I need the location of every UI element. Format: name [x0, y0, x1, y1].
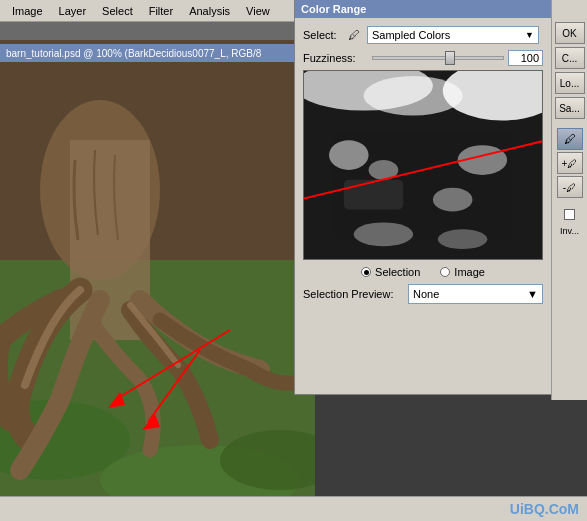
watermark: UiBQ.CoM [510, 501, 579, 517]
svg-point-15 [329, 140, 369, 170]
canvas-svg [0, 40, 315, 521]
cancel-button[interactable]: C... [555, 47, 585, 69]
dialog-titlebar[interactable]: Color Range [295, 0, 551, 18]
radio-selection-circle[interactable] [361, 267, 371, 277]
menu-view[interactable]: View [238, 3, 278, 19]
document-titlebar: barn_tutorial.psd @ 100% (BarkDecidious0… [0, 44, 310, 62]
eyedropper-button[interactable]: 🖊 [557, 128, 583, 150]
document-title: barn_tutorial.psd @ 100% (BarkDecidious0… [6, 48, 261, 59]
ok-button[interactable]: OK [555, 22, 585, 44]
invert-row: Inv... [560, 209, 579, 236]
svg-rect-19 [344, 180, 403, 210]
canvas-area: barn_tutorial.psd @ 100% (BarkDecidious0… [0, 22, 315, 521]
radio-image[interactable]: Image [440, 266, 485, 278]
fuzziness-input[interactable] [508, 50, 543, 66]
radio-selection[interactable]: Selection [361, 266, 420, 278]
fuzziness-row: Fuzziness: [303, 50, 543, 66]
selection-preview-label: Selection Preview: [303, 288, 408, 300]
svg-point-20 [354, 222, 413, 246]
eyedropper-icon: 🖊 [348, 28, 360, 42]
slider-thumb[interactable] [445, 51, 455, 65]
svg-point-13 [364, 76, 463, 116]
radio-image-label: Image [454, 266, 485, 278]
radio-row: Selection Image [303, 266, 543, 278]
selection-preview-value: None [413, 288, 439, 300]
color-range-dialog: Color Range Select: 🖊 Sampled Colors ▼ F… [294, 0, 552, 395]
menu-select[interactable]: Select [94, 3, 141, 19]
menu-image[interactable]: Image [4, 3, 51, 19]
eyedropper-tools: 🖊 +🖊 -🖊 [557, 128, 583, 198]
eyedropper-minus-button[interactable]: -🖊 [557, 176, 583, 198]
menu-layer[interactable]: Layer [51, 3, 95, 19]
menu-analysis[interactable]: Analysis [181, 3, 238, 19]
select-dropdown[interactable]: Sampled Colors ▼ [367, 26, 539, 44]
invert-label: Inv... [560, 226, 579, 236]
fuzziness-label: Fuzziness: [303, 52, 368, 64]
dialog-body: Select: 🖊 Sampled Colors ▼ Fuzziness: [295, 18, 551, 312]
preview-area [303, 70, 543, 260]
dropdown-arrow-icon: ▼ [525, 30, 534, 40]
svg-point-21 [438, 229, 487, 249]
select-label: Select: [303, 29, 345, 41]
svg-point-18 [433, 188, 473, 212]
menu-filter[interactable]: Filter [141, 3, 181, 19]
radio-image-circle[interactable] [440, 267, 450, 277]
invert-checkbox[interactable] [564, 209, 575, 220]
selection-preview-dropdown[interactable]: None ▼ [408, 284, 543, 304]
preview-svg [304, 71, 542, 259]
canvas-image[interactable] [0, 40, 315, 521]
select-row: Select: 🖊 Sampled Colors ▼ [303, 26, 543, 44]
dialog-title: Color Range [301, 3, 366, 15]
eyedropper-plus-button[interactable]: +🖊 [557, 152, 583, 174]
fuzziness-slider[interactable] [372, 56, 504, 60]
selection-preview-row: Selection Preview: None ▼ [303, 284, 543, 304]
status-bar: UiBQ.CoM [0, 496, 587, 521]
radio-selection-label: Selection [375, 266, 420, 278]
load-button[interactable]: Lo... [555, 72, 585, 94]
side-panel: OK C... Lo... Sa... 🖊 +🖊 -🖊 Inv... [551, 0, 587, 400]
select-value: Sampled Colors [372, 29, 450, 41]
dropdown-arrow2-icon: ▼ [527, 288, 538, 300]
save-button[interactable]: Sa... [555, 97, 585, 119]
